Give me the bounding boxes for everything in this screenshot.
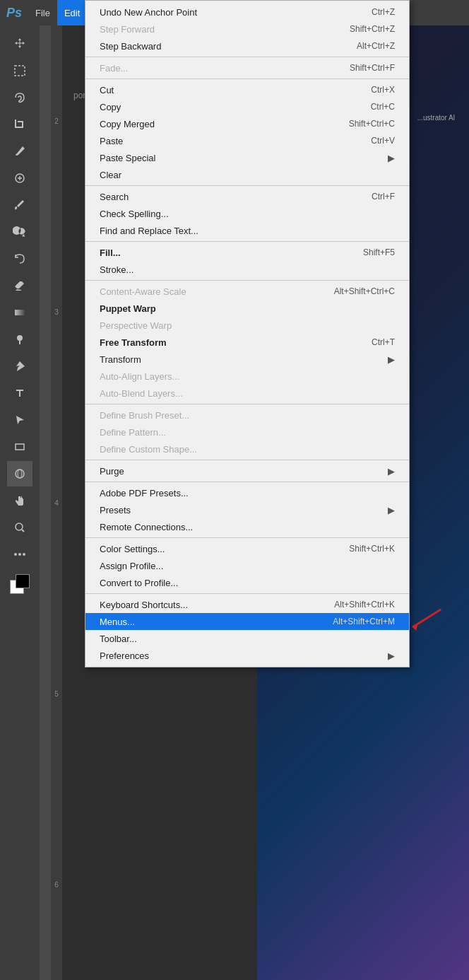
menu-paste-special[interactable]: Paste Special ▶ — [85, 149, 409, 166]
canvas-label-right: ...ustrator Al — [417, 114, 455, 122]
menu-undo[interactable]: Undo New Anchor Point Ctrl+Z — [85, 4, 409, 21]
menu-presets-label: Presets — [100, 505, 382, 515]
crop-tool[interactable] — [7, 112, 32, 137]
menu-content-aware-scale-shortcut: Alt+Shift+Ctrl+C — [334, 286, 395, 296]
rectangle-tool[interactable] — [7, 434, 32, 460]
svg-rect-4 — [16, 444, 24, 450]
menu-convert-profile-label: Convert to Profile... — [100, 578, 395, 588]
menu-define-brush-label: Define Brush Preset... — [100, 410, 395, 421]
menu-step-forward-label: Step Forward — [100, 24, 321, 35]
menu-copy-merged-shortcut: Shift+Ctrl+C — [349, 119, 395, 129]
menu-free-transform[interactable]: Free Transform Ctrl+T — [85, 334, 409, 351]
history-brush-tool[interactable] — [7, 246, 32, 272]
menu-check-spelling[interactable]: Check Spelling... — [85, 205, 409, 222]
svg-point-8 — [14, 553, 17, 556]
menu-find-replace[interactable]: Find and Replace Text... — [85, 222, 409, 239]
menu-paste-label: Paste — [100, 136, 343, 146]
eraser-tool[interactable] — [7, 273, 32, 298]
svg-rect-0 — [15, 66, 25, 76]
dodge-tool[interactable] — [7, 327, 32, 352]
marquee-tool[interactable] — [7, 58, 32, 83]
ruler-2: 2 — [54, 117, 59, 125]
menu-assign-profile[interactable]: Assign Profile... — [85, 557, 409, 574]
menu-copy[interactable]: Copy Ctrl+C — [85, 98, 409, 115]
type-tool[interactable] — [7, 380, 32, 406]
menu-edit[interactable]: Edit — [57, 0, 87, 25]
menu-undo-label: Undo New Anchor Point — [100, 7, 343, 18]
menu-paste-shortcut: Ctrl+V — [371, 136, 395, 146]
menu-color-settings[interactable]: Color Settings... Shift+Ctrl+K — [85, 540, 409, 557]
left-toolbar — [0, 25, 40, 980]
menu-auto-align[interactable]: Auto-Align Layers... — [85, 368, 409, 385]
canvas-label: por — [73, 91, 85, 100]
menu-assign-profile-label: Assign Profile... — [100, 561, 395, 571]
gradient-tool[interactable] — [7, 300, 32, 325]
menu-step-backward[interactable]: Step Backward Alt+Ctrl+Z — [85, 37, 409, 54]
menu-define-custom-shape-label: Define Custom Shape... — [100, 444, 395, 455]
menu-content-aware-scale[interactable]: Content-Aware Scale Alt+Shift+Ctrl+C — [85, 283, 409, 300]
sep-4 — [85, 241, 409, 242]
3d-tool[interactable] — [7, 461, 32, 486]
menu-keyboard-shortcuts[interactable]: Keyboard Shortcuts... Alt+Shift+Ctrl+K — [85, 596, 409, 613]
preferences-arrow: ▶ — [388, 651, 395, 661]
brush-tool[interactable] — [7, 192, 32, 218]
path-select-tool[interactable] — [7, 407, 32, 433]
menu-paste-special-label: Paste Special — [100, 153, 382, 163]
sep-9 — [85, 537, 409, 538]
menu-file[interactable]: File — [28, 0, 57, 25]
menu-clear[interactable]: Clear — [85, 166, 409, 183]
menu-define-pattern[interactable]: Define Pattern... — [85, 424, 409, 441]
menu-puppet-warp[interactable]: Puppet Warp — [85, 300, 409, 317]
menu-color-settings-label: Color Settings... — [100, 544, 321, 554]
menu-define-brush[interactable]: Define Brush Preset... — [85, 407, 409, 424]
menu-define-custom-shape[interactable]: Define Custom Shape... — [85, 441, 409, 457]
menu-cut[interactable]: Cut Ctrl+X — [85, 81, 409, 98]
menu-fade-shortcut: Shift+Ctrl+F — [350, 63, 395, 73]
menu-check-spelling-label: Check Spelling... — [100, 209, 395, 219]
zoom-tool[interactable] — [7, 515, 32, 540]
menu-step-forward[interactable]: Step Forward Shift+Ctrl+Z — [85, 21, 409, 37]
menu-purge[interactable]: Purge ▶ — [85, 462, 409, 479]
lasso-tool[interactable] — [7, 85, 32, 110]
menu-search[interactable]: Search Ctrl+F — [85, 188, 409, 205]
menu-pdf-presets[interactable]: Adobe PDF Presets... — [85, 484, 409, 501]
healing-brush-tool[interactable] — [7, 165, 32, 191]
menu-transform[interactable]: Transform ▶ — [85, 351, 409, 368]
menu-presets[interactable]: Presets ▶ — [85, 501, 409, 518]
eyedropper-tool[interactable] — [7, 139, 32, 164]
menu-menus-shortcut: Alt+Shift+Ctrl+M — [333, 617, 395, 626]
app-logo: Ps — [3, 1, 25, 24]
svg-point-5 — [16, 469, 24, 478]
menu-remote-connections-label: Remote Connections... — [100, 522, 395, 532]
menu-preferences[interactable]: Preferences ▶ — [85, 647, 409, 664]
hand-tool[interactable] — [7, 488, 32, 513]
menu-convert-profile[interactable]: Convert to Profile... — [85, 574, 409, 591]
sep-6 — [85, 404, 409, 404]
menu-paste[interactable]: Paste Ctrl+V — [85, 132, 409, 149]
menu-color-settings-shortcut: Shift+Ctrl+K — [349, 544, 395, 554]
menu-copy-shortcut: Ctrl+C — [371, 102, 395, 112]
menu-toolbar[interactable]: Toolbar... — [85, 630, 409, 647]
menu-search-shortcut: Ctrl+F — [372, 192, 395, 202]
menu-stroke-label: Stroke... — [100, 264, 395, 275]
foreground-background-colors[interactable] — [7, 574, 32, 600]
svg-point-3 — [17, 335, 23, 341]
svg-point-10 — [23, 553, 25, 556]
menu-cut-shortcut: Ctrl+X — [371, 85, 395, 95]
menu-fade[interactable]: Fade... Shift+Ctrl+F — [85, 59, 409, 76]
menu-stroke[interactable]: Stroke... — [85, 261, 409, 278]
purge-arrow: ▶ — [388, 466, 395, 477]
menu-copy-merged[interactable]: Copy Merged Shift+Ctrl+C — [85, 115, 409, 132]
svg-point-7 — [16, 523, 23, 530]
clone-stamp-tool[interactable] — [7, 219, 32, 245]
menu-menus[interactable]: Menus... Alt+Shift+Ctrl+M — [85, 613, 409, 630]
move-tool[interactable] — [7, 31, 32, 57]
pen-tool[interactable] — [7, 354, 32, 379]
menu-fill[interactable]: Fill... Shift+F5 — [85, 244, 409, 261]
menu-auto-blend[interactable]: Auto-Blend Layers... — [85, 385, 409, 402]
more-tools[interactable] — [7, 542, 32, 567]
menu-remote-connections[interactable]: Remote Connections... — [85, 518, 409, 535]
menu-perspective-warp[interactable]: Perspective Warp — [85, 317, 409, 334]
menu-cut-label: Cut — [100, 85, 343, 95]
ruler-4: 4 — [54, 499, 59, 507]
